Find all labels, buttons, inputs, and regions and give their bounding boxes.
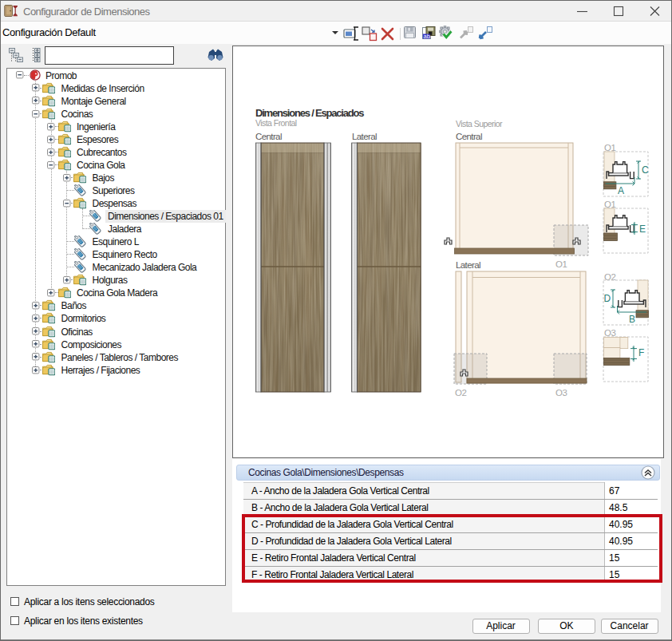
svg-text:C: C (642, 164, 649, 176)
svg-text:B: B (629, 314, 635, 325)
svg-text:E: E (639, 224, 646, 235)
svg-text:A: A (618, 185, 624, 196)
svg-text:F: F (638, 347, 644, 358)
svg-text:ab: ab (424, 33, 430, 40)
svg-text:D: D (604, 293, 611, 304)
